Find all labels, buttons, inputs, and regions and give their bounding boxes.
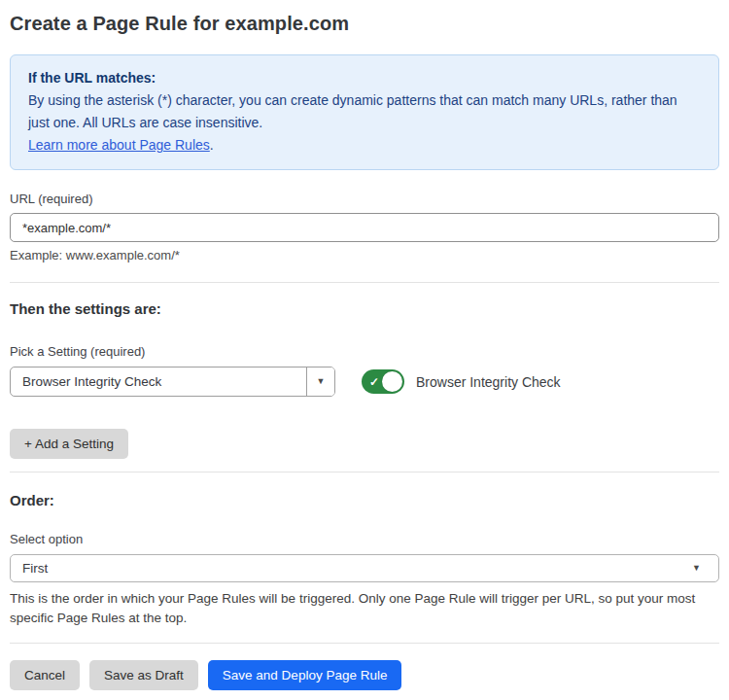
caret-down-icon: ▼ bbox=[692, 564, 701, 573]
order-select[interactable]: First ▼ bbox=[10, 554, 719, 582]
url-example-helper: Example: www.example.com/* bbox=[10, 248, 719, 262]
info-box-heading: If the URL matches: bbox=[28, 67, 701, 89]
toggle-knob bbox=[382, 371, 402, 392]
add-setting-button[interactable]: + Add a Setting bbox=[10, 429, 128, 459]
settings-section-heading: Then the settings are: bbox=[10, 300, 719, 317]
browser-integrity-toggle[interactable]: ✓ bbox=[362, 369, 404, 394]
pick-setting-label: Pick a Setting (required) bbox=[10, 344, 719, 359]
setting-dropdown[interactable]: Browser Integrity Check ▼ bbox=[10, 367, 335, 397]
divider bbox=[10, 472, 719, 472]
toggle-group: ✓ Browser Integrity Check bbox=[362, 369, 561, 394]
save-and-deploy-button[interactable]: Save and Deploy Page Rule bbox=[208, 660, 402, 690]
order-helper-text: This is the order in which your Page Rul… bbox=[10, 589, 710, 628]
toggle-label: Browser Integrity Check bbox=[416, 374, 561, 390]
cancel-button[interactable]: Cancel bbox=[10, 660, 80, 690]
order-section-heading: Order: bbox=[10, 492, 719, 508]
setting-dropdown-arrow-button[interactable]: ▼ bbox=[306, 368, 334, 396]
check-icon: ✓ bbox=[369, 375, 379, 387]
page-title: Create a Page Rule for example.com bbox=[10, 12, 719, 35]
link-suffix: . bbox=[210, 137, 214, 153]
save-as-draft-button[interactable]: Save as Draft bbox=[89, 660, 198, 690]
info-box-link-line: Learn more about Page Rules. bbox=[28, 134, 701, 157]
order-select-value: First bbox=[22, 561, 48, 576]
url-matches-info-box: If the URL matches: By using the asteris… bbox=[10, 54, 719, 170]
page-rule-form: Create a Page Rule for example.com If th… bbox=[0, 0, 729, 690]
info-box-body: By using the asterisk (*) character, you… bbox=[28, 89, 701, 134]
setting-dropdown-value: Browser Integrity Check bbox=[11, 368, 306, 396]
caret-down-icon: ▼ bbox=[317, 377, 326, 386]
divider bbox=[10, 282, 719, 283]
url-field-label: URL (required) bbox=[10, 192, 719, 206]
learn-more-link[interactable]: Learn more about Page Rules bbox=[28, 137, 210, 153]
footer-button-row: Cancel Save as Draft Save and Deploy Pag… bbox=[10, 660, 719, 690]
setting-row: Browser Integrity Check ▼ ✓ Browser Inte… bbox=[10, 367, 719, 397]
select-option-label: Select option bbox=[10, 532, 719, 546]
url-input[interactable] bbox=[10, 213, 719, 242]
divider bbox=[10, 643, 719, 644]
